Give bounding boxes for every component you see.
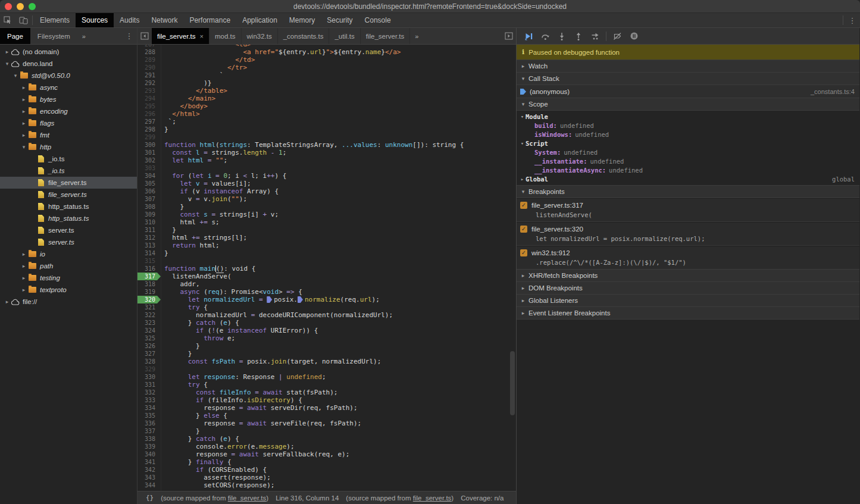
code-line[interactable]: 294 </main>	[137, 95, 516, 102]
customize-devtools-icon[interactable]: ⋮	[845, 13, 860, 27]
code-line[interactable]: 321 try {	[137, 303, 516, 311]
tree-item-encoding[interactable]: ▸encoding	[0, 105, 137, 117]
section-header-breakpoints[interactable]: ▾Breakpoints	[517, 185, 859, 198]
code-line[interactable]: 329	[137, 365, 516, 373]
tree-item-_io.ts[interactable]: _io.ts	[0, 153, 137, 165]
code-line[interactable]: 291 `	[137, 71, 516, 79]
line-number[interactable]: 288	[137, 48, 161, 56]
code-line[interactable]: 305 let v = values[i];	[137, 180, 516, 187]
line-number[interactable]: 311	[137, 226, 161, 234]
line-number[interactable]: 336	[137, 420, 161, 427]
line-number[interactable]: 329	[137, 365, 161, 373]
code-line[interactable]: 335 } else {	[137, 412, 516, 420]
breakpoint-entry[interactable]: ✓file_server.ts:320let normalizedUrl = p…	[517, 222, 859, 246]
code-line[interactable]: 293 </table>	[137, 87, 516, 95]
code-line[interactable]: 319 async (req): Promise<void> => {	[137, 288, 516, 296]
breakpoint-entry[interactable]: ✓win32.ts:912.replace(/^\/*([A-Za-z]:)(\…	[517, 246, 859, 270]
tree-item-textproto[interactable]: ▸textproto	[0, 284, 137, 296]
line-number[interactable]: 296	[137, 110, 161, 118]
code-line[interactable]: 314}	[137, 249, 516, 257]
code-line[interactable]: 289 </td>	[137, 56, 516, 64]
pretty-print-button[interactable]: {}	[142, 494, 157, 502]
more-editor-tabs-icon[interactable]: »	[410, 28, 423, 44]
main-tab-memory[interactable]: Memory	[283, 13, 321, 27]
breakpoint-line-number[interactable]: 317	[137, 273, 161, 280]
breakpoint-checkbox[interactable]: ✓	[520, 202, 527, 209]
tree-item-_io.ts[interactable]: _io.ts	[0, 165, 137, 177]
line-number[interactable]: 299	[137, 133, 161, 141]
code-line[interactable]: 332 const fileInfo = await stat(fsPath);	[137, 389, 516, 396]
line-number[interactable]: 341	[137, 458, 161, 466]
code-line[interactable]: 299	[137, 133, 516, 141]
inline-breakpoint-marker[interactable]	[267, 296, 272, 303]
code-line[interactable]: 315	[137, 257, 516, 265]
code-line[interactable]: 342 if (CORSEnabled) {	[137, 466, 516, 474]
line-number[interactable]: 318	[137, 280, 161, 288]
code-line[interactable]: 301 const l = strings.length - 1;	[137, 149, 516, 156]
line-number[interactable]: 303	[137, 164, 161, 172]
code-line[interactable]: 302 let html = "";	[137, 156, 516, 164]
breakpoint-entry[interactable]: ✓file_server.ts:317listenAndServe(	[517, 198, 859, 222]
line-number[interactable]: 338	[137, 435, 161, 443]
code-line[interactable]: 338 } catch (e) {	[137, 435, 516, 443]
more-navigator-tabs-icon[interactable]: »	[77, 28, 90, 44]
tree-item-testing[interactable]: ▸testing	[0, 272, 137, 284]
main-tab-audits[interactable]: Audits	[114, 13, 145, 27]
code-line[interactable]: 327 }	[137, 350, 516, 358]
line-number[interactable]: 309	[137, 211, 161, 218]
code-line[interactable]: 318 addr,	[137, 280, 516, 288]
inline-breakpoint-marker[interactable]	[298, 296, 303, 303]
step-into-icon[interactable]	[553, 29, 570, 43]
line-number[interactable]: 312	[137, 234, 161, 242]
section-header-dom-breakpoints[interactable]: ▸DOM Breakpoints	[517, 281, 859, 295]
toggle-navigator-icon[interactable]	[137, 28, 152, 44]
code-line[interactable]: 296 </html>	[137, 110, 516, 118]
editor-tab-file_server.ts[interactable]: file_server.ts	[361, 28, 411, 44]
tree-item-async[interactable]: ▸async	[0, 82, 137, 93]
line-number[interactable]: 328	[137, 358, 161, 365]
line-number[interactable]: 297	[137, 118, 161, 126]
editor-tab-mod.ts[interactable]: mod.ts	[209, 28, 242, 44]
tree-item-http[interactable]: ▾http	[0, 141, 137, 153]
editor-tab-file_server.ts[interactable]: file_server.ts×	[152, 28, 209, 44]
line-number[interactable]: 295	[137, 102, 161, 110]
line-number[interactable]: 301	[137, 149, 161, 156]
code-line[interactable]: 330 let response: Response | undefined;	[137, 373, 516, 381]
source-map-link-2[interactable]: file_server.ts	[413, 494, 452, 502]
tree-item-server.ts[interactable]: server.ts	[0, 236, 137, 248]
code-line[interactable]: 344 setCORS(response);	[137, 481, 516, 489]
pause-on-exceptions-icon[interactable]	[626, 29, 642, 43]
line-number[interactable]: 335	[137, 412, 161, 420]
code-line[interactable]: 307 v = v.join("");	[137, 195, 516, 203]
line-number[interactable]: 342	[137, 466, 161, 474]
tree-item-http_status.ts[interactable]: http_status.ts	[0, 212, 137, 224]
line-number[interactable]: 339	[137, 443, 161, 450]
tree-item-io[interactable]: ▸io	[0, 248, 137, 260]
code-line[interactable]: 300function html(strings: TemplateString…	[137, 141, 516, 149]
line-number[interactable]: 316	[137, 265, 161, 273]
scope-group-module[interactable]: ▾Module	[517, 112, 859, 121]
code-line[interactable]: 323 } catch (e) {	[137, 319, 516, 327]
tree-item-file_server.ts[interactable]: file_server.ts	[0, 189, 137, 201]
editor-tab-_util.ts[interactable]: _util.ts	[329, 28, 360, 44]
scope-property[interactable]: isWindows:undefined	[517, 130, 859, 139]
tree-item-deno.land[interactable]: ▾deno.land	[0, 58, 137, 70]
code-line[interactable]: 316function main(): void {	[137, 265, 516, 273]
editor-tab-_constants.ts[interactable]: _constants.ts	[278, 28, 330, 44]
main-tab-console[interactable]: Console	[359, 13, 397, 27]
line-number[interactable]: 305	[137, 180, 161, 187]
scope-group-global[interactable]: ▸Globalglobal	[517, 174, 859, 183]
line-number[interactable]: 300	[137, 141, 161, 149]
line-number[interactable]: 308	[137, 203, 161, 211]
line-number[interactable]: 332	[137, 389, 161, 396]
code-line[interactable]: 295 </body>	[137, 102, 516, 110]
scope-property[interactable]: build:undefined	[517, 121, 859, 130]
code-line[interactable]: 324 if (!(e instanceof URIError)) {	[137, 327, 516, 334]
tree-item-path[interactable]: ▸path	[0, 260, 137, 272]
tree-item-flags[interactable]: ▸flags	[0, 117, 137, 129]
code-line[interactable]: 288 <a href="${entry.url}">${entry.name}…	[137, 48, 516, 56]
line-number[interactable]: 292	[137, 79, 161, 87]
main-tab-sources[interactable]: Sources	[76, 13, 114, 27]
main-tab-elements[interactable]: Elements	[34, 13, 76, 27]
breakpoint-checkbox[interactable]: ✓	[520, 226, 527, 233]
